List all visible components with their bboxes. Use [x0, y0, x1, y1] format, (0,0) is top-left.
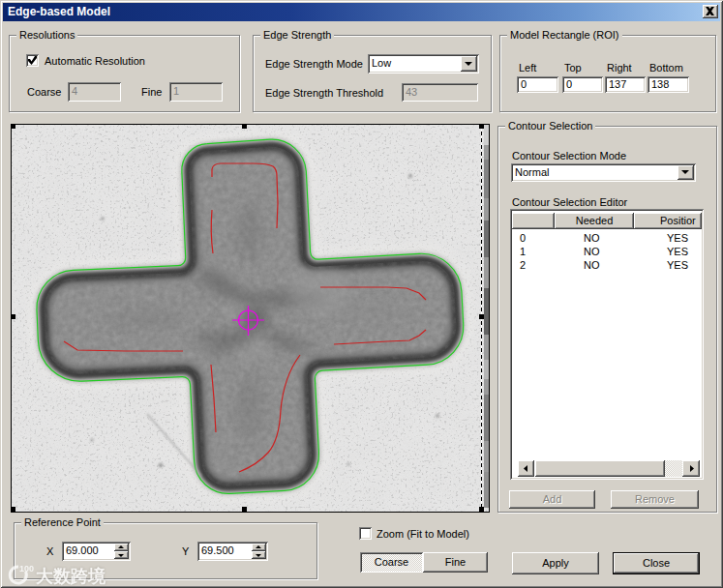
svg-text:大数跨境: 大数跨境 — [35, 567, 106, 586]
svg-text:100: 100 — [19, 564, 34, 573]
